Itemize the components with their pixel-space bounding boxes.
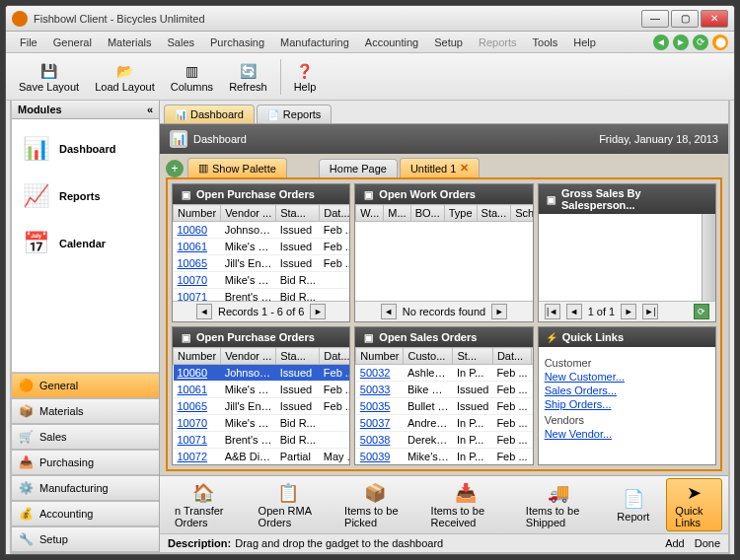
order-link[interactable]: 10072 [178, 451, 208, 462]
category-purchasing[interactable]: 📥Purchasing [12, 450, 159, 475]
column-header[interactable]: Dat... [492, 348, 531, 365]
bt-open-rma-orders[interactable]: 📋Open RMA Orders [250, 478, 329, 531]
table-row[interactable]: 10061Mike's BikesIssuedFeb ...Feb ... [174, 239, 350, 255]
ql-link[interactable]: New Vendor... [545, 428, 709, 440]
table-row[interactable]: 10070Mike's BikesBid R...May ... [174, 272, 350, 289]
subtab-untitled-1[interactable]: Untitled 1✕ [400, 158, 480, 177]
order-link[interactable]: 10061 [178, 241, 208, 252]
table-row[interactable]: 50037Andrea ...In P...Feb ...Feb ... [356, 415, 533, 432]
module-dashboard[interactable]: 📊Dashboard [16, 127, 155, 171]
nav-refresh-icon[interactable]: ⟳ [693, 35, 708, 50]
menu-general[interactable]: General [45, 35, 100, 50]
menu-tools[interactable]: Tools [525, 35, 566, 50]
pager-next-button[interactable]: ► [621, 304, 636, 319]
column-header[interactable]: Number [174, 348, 221, 365]
pager-next-button[interactable]: ► [310, 304, 326, 319]
nav-home-icon[interactable]: ⬤ [712, 35, 728, 50]
column-header[interactable]: Sta... [276, 348, 320, 365]
order-link[interactable]: 50032 [360, 367, 391, 379]
load-layout-button[interactable]: 📂Load Layout [88, 58, 162, 96]
order-link[interactable]: 10065 [178, 400, 208, 412]
order-link[interactable]: 10060 [178, 367, 208, 379]
menu-sales[interactable]: Sales [160, 35, 203, 50]
bt-items-to-be-picked[interactable]: 📦Items to be Picked [335, 478, 414, 531]
order-link[interactable]: 10070 [178, 417, 208, 429]
category-setup[interactable]: 🔧Setup [12, 526, 159, 552]
table-row[interactable]: 50035Bullet Bi...IssuedFeb ...Feb ... [356, 398, 533, 415]
category-manufacturing[interactable]: ⚙️Manufacturing [12, 475, 159, 501]
bt-quick-links[interactable]: ➤Quick Links [666, 478, 722, 531]
help-button[interactable]: ❓Help [287, 58, 324, 96]
bt-report[interactable]: 📄Report [608, 484, 658, 525]
ql-link[interactable]: Sales Orders... [545, 385, 709, 396]
column-header[interactable]: Ful... [532, 348, 533, 365]
category-general[interactable]: 🟠General [12, 373, 159, 398]
pager-next-button[interactable]: ► [491, 304, 507, 319]
columns-button[interactable]: ▥Columns [164, 58, 220, 96]
column-header[interactable]: Sta... [477, 205, 511, 222]
pager-first-button[interactable]: |◄ [545, 304, 560, 319]
column-header[interactable]: BO... [410, 205, 444, 222]
menu-help[interactable]: Help [565, 35, 604, 50]
module-calendar[interactable]: 📅Calendar [16, 222, 155, 265]
menu-accounting[interactable]: Accounting [357, 35, 426, 50]
order-link[interactable]: 10061 [178, 384, 208, 395]
save-layout-button[interactable]: 💾Save Layout [12, 58, 86, 96]
table-row[interactable]: 10071Brent's Bi...Bid R...May ... [174, 432, 350, 449]
column-header[interactable]: Number [356, 348, 404, 365]
column-header[interactable]: Dat... [320, 348, 350, 365]
table-row[interactable]: 10065Jill's Ener...IssuedFeb ...Feb ... [174, 255, 350, 272]
table-row[interactable]: 10071Brent's Bi...Bid R...May ... [174, 289, 350, 302]
table-row[interactable]: 10070Mike's BikesBid R...May ... [174, 415, 350, 432]
order-link[interactable]: 50039 [360, 451, 391, 462]
table-row[interactable]: 50033Bike WorldIssuedFeb ...Feb ... [356, 382, 533, 398]
show-palette-tab[interactable]: ▥Show Palette [187, 158, 287, 177]
order-link[interactable]: 10071 [178, 291, 208, 301]
nav-back-icon[interactable]: ◄ [653, 35, 669, 50]
order-link[interactable]: 10071 [178, 434, 208, 446]
column-header[interactable]: Number [174, 205, 221, 222]
tab-dashboard[interactable]: 📊Dashboard [164, 105, 255, 123]
table-row[interactable]: 10065Jill's Ener...IssuedFeb ...Feb ... [174, 398, 350, 415]
column-header[interactable]: Vendor ... [221, 205, 276, 222]
order-link[interactable]: 10070 [178, 274, 208, 286]
menu-file[interactable]: File [12, 35, 45, 50]
module-reports[interactable]: 📈Reports [16, 175, 155, 218]
order-link[interactable]: 10060 [178, 224, 208, 236]
category-accounting[interactable]: 💰Accounting [12, 501, 159, 526]
scrollbar[interactable] [702, 214, 715, 301]
subtab-home-page[interactable]: Home Page [319, 159, 398, 177]
close-button[interactable]: ✕ [701, 10, 728, 28]
bt-items-to-be-shipped[interactable]: 🚚Items to be Shipped [517, 478, 601, 531]
menu-manufacturing[interactable]: Manufacturing [272, 35, 357, 50]
bt-items-to-be-received[interactable]: 📥Items to be Received [422, 478, 509, 531]
column-header[interactable]: Dat... [320, 205, 350, 222]
table-row[interactable]: 50039Mike's Bi...In P...Feb ...Feb ... [356, 449, 533, 465]
pager-last-button[interactable]: ►| [642, 304, 658, 319]
table-row[interactable]: 10072A&B Distr...PartialMay ...May ... [174, 449, 350, 465]
menu-materials[interactable]: Materials [100, 35, 160, 50]
order-link[interactable]: 50037 [360, 417, 391, 429]
table-row[interactable]: 10061Mike's BikesIssuedFeb ...Feb ... [174, 382, 350, 398]
pager-prev-button[interactable]: ◄ [566, 304, 582, 319]
add-tab-button[interactable]: + [166, 160, 184, 177]
table-row[interactable]: 10060Johnson ...IssuedFeb ...Feb ... [174, 365, 350, 382]
table-row[interactable]: 10060Johnson ...IssuedFeb ...Feb ... [174, 222, 350, 239]
collapse-icon[interactable]: « [147, 104, 153, 115]
column-header[interactable]: St... [453, 348, 492, 365]
pager-prev-button[interactable]: ◄ [381, 304, 397, 319]
category-materials[interactable]: 📦Materials [12, 398, 159, 424]
order-link[interactable]: 10065 [178, 257, 208, 269]
add-link[interactable]: Add [665, 537, 685, 549]
column-header[interactable]: Sta... [276, 205, 320, 222]
column-header[interactable]: W... [356, 205, 384, 222]
column-header[interactable]: M... [384, 205, 410, 222]
table-row[interactable]: 50038Derek D...In P...Feb ...Feb ... [356, 432, 533, 449]
ql-link[interactable]: Ship Orders... [545, 398, 709, 410]
minimize-button[interactable]: — [641, 10, 669, 28]
column-header[interactable]: Sche... [511, 205, 533, 222]
refresh-button[interactable]: 🔄Refresh [222, 58, 274, 96]
order-link[interactable]: 50033 [360, 384, 391, 395]
menu-purchasing[interactable]: Purchasing [202, 35, 272, 50]
pager-refresh-button[interactable]: ⟳ [694, 304, 709, 319]
